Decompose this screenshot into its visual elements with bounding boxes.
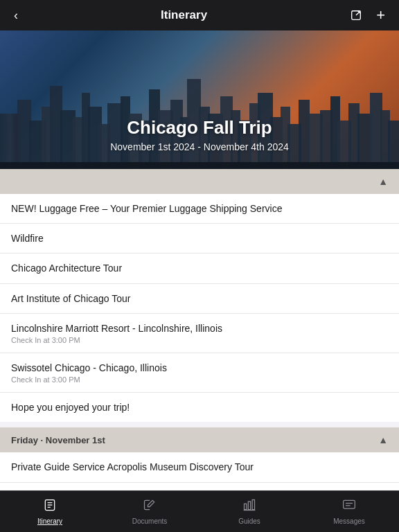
list-item[interactable]: Private Guide Service Acropolis Museum D… <box>0 452 399 482</box>
chevron-up-icon: ▲ <box>378 434 388 445</box>
hero-text: Chicago Fall Trip November 1st 2024 - No… <box>110 117 289 152</box>
tab-guides[interactable]: Guides <box>200 495 299 528</box>
item-subtitle: Check In at 3:00 PM <box>11 336 388 344</box>
list-item[interactable]: Wildfire <box>0 224 399 254</box>
guides-icon <box>242 498 256 515</box>
section-general: ▲ NEW! Luggage Free – Your Premier Lugga… <box>0 169 399 422</box>
main-content: ▲ NEW! Luggage Free – Your Premier Lugga… <box>0 169 399 490</box>
svg-rect-47 <box>248 502 250 510</box>
list-item[interactable]: NEW! Luggage Free – Your Premier Luggage… <box>0 194 399 224</box>
share-button[interactable] <box>347 6 365 24</box>
item-title: Art Institute of Chicago Tour <box>11 292 388 305</box>
list-item[interactable]: Swissotel Chicago - Chicago, Illinois Ch… <box>0 353 399 393</box>
list-item[interactable]: Lincolnshire Marriott Resort - Lincolnsh… <box>0 314 399 353</box>
itinerary-icon <box>43 498 57 515</box>
messages-icon <box>342 498 356 515</box>
list-item[interactable]: Art Institute of Chicago Tour <box>0 284 399 314</box>
hero-title: Chicago Fall Trip <box>110 117 289 139</box>
chevron-up-icon: ▲ <box>378 176 388 187</box>
item-title: NEW! Luggage Free – Your Premier Luggage… <box>11 202 388 215</box>
tab-guides-label: Guides <box>238 517 260 525</box>
section-general-header[interactable]: ▲ <box>0 169 399 194</box>
list-item[interactable]: text <box>0 483 399 491</box>
svg-rect-41 <box>0 162 399 169</box>
tab-messages-label: Messages <box>333 517 365 525</box>
add-button[interactable]: + <box>373 3 388 27</box>
item-title: Hope you enjoyed your trip! <box>11 401 388 414</box>
top-bar-right: + <box>347 3 388 27</box>
svg-rect-48 <box>252 500 254 510</box>
svg-rect-40 <box>388 121 399 169</box>
item-subtitle: Check In at 3:00 PM <box>11 375 388 384</box>
section-friday-items: Private Guide Service Acropolis Museum D… <box>0 452 399 490</box>
documents-icon <box>143 498 157 515</box>
svg-rect-46 <box>245 504 247 509</box>
tab-messages[interactable]: Messages <box>299 495 399 528</box>
section-friday: Friday · November 1st ▲ Private Guide Se… <box>0 427 399 490</box>
section-friday-label: Friday · November 1st <box>11 435 105 445</box>
item-title: Lincolnshire Marriott Resort - Lincolnsh… <box>11 322 388 335</box>
section-friday-header[interactable]: Friday · November 1st ▲ <box>0 427 399 452</box>
item-title: Wildfire <box>11 232 388 245</box>
page-title: Itinerary <box>161 8 207 22</box>
svg-rect-50 <box>344 500 355 508</box>
top-bar: ‹ Itinerary + <box>0 0 399 30</box>
hero-banner: Chicago Fall Trip November 1st 2024 - No… <box>0 30 399 169</box>
section-general-items: NEW! Luggage Free – Your Premier Luggage… <box>0 194 399 422</box>
tab-documents[interactable]: Documents <box>100 495 200 528</box>
top-bar-left: ‹ <box>11 6 21 26</box>
item-title: Private Guide Service Acropolis Museum D… <box>11 461 388 473</box>
list-item[interactable]: Hope you enjoyed your trip! <box>0 393 399 422</box>
tab-itinerary-label: Itinerary <box>37 517 62 525</box>
list-item[interactable]: Chicago Architecture Tour <box>0 254 399 283</box>
back-button[interactable]: ‹ <box>11 6 21 26</box>
tab-documents-label: Documents <box>132 517 168 525</box>
hero-subtitle: November 1st 2024 - November 4th 2024 <box>110 141 289 152</box>
item-title: Chicago Architecture Tour <box>11 262 388 274</box>
tab-itinerary[interactable]: Itinerary <box>0 495 100 528</box>
tab-bar: Itinerary Documents Guides <box>0 490 399 532</box>
item-title: Swissotel Chicago - Chicago, Illinois <box>11 362 388 374</box>
